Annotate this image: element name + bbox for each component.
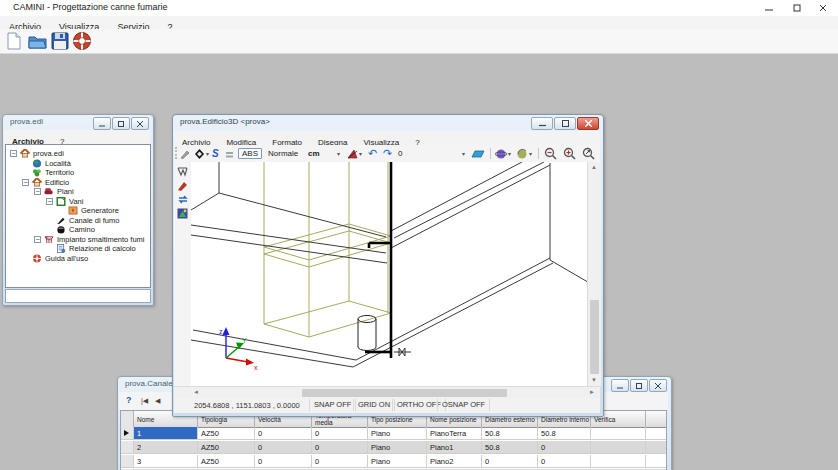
tree-item-impianto-smaltimento-fumi[interactable]: − Impianto smaltimento fumi bbox=[6, 235, 150, 245]
toolbar-grip[interactable] bbox=[175, 147, 178, 159]
table-maximize-button[interactable] bbox=[630, 379, 648, 392]
cell[interactable]: AZ50 bbox=[198, 441, 255, 454]
open-file-button[interactable] bbox=[27, 31, 47, 51]
zoom-out-button[interactable] bbox=[544, 147, 557, 160]
cell[interactable]: 0 bbox=[312, 427, 368, 440]
grid-toggle[interactable]: GRID ON bbox=[353, 399, 395, 411]
table-close-button[interactable] bbox=[649, 379, 667, 392]
app-close-button[interactable] bbox=[810, 1, 836, 15]
zoom-extents-button[interactable] bbox=[563, 147, 576, 160]
first-record-button[interactable]: |◀ bbox=[141, 397, 148, 405]
new-file-button[interactable] bbox=[4, 31, 24, 51]
cell[interactable]: 0 bbox=[312, 455, 368, 468]
tree-item-vani[interactable]: − Vani bbox=[6, 197, 150, 207]
tree-item-relazione-di-calcolo[interactable]: Relazione di calcolo bbox=[6, 244, 150, 254]
cell[interactable]: AZ50 bbox=[198, 455, 255, 468]
row-selector[interactable] bbox=[121, 427, 134, 440]
row-selector[interactable] bbox=[121, 441, 134, 454]
app-maximize-button[interactable] bbox=[784, 1, 810, 15]
view-orbit-button[interactable]: ▾ bbox=[495, 147, 511, 160]
scrollbar-thumb[interactable] bbox=[302, 389, 507, 397]
snap-button[interactable]: S bbox=[212, 147, 219, 160]
abs-mode-button[interactable]: ABS bbox=[238, 147, 262, 160]
cell[interactable]: 0 bbox=[255, 441, 312, 454]
help-button[interactable] bbox=[72, 31, 92, 51]
cell[interactable]: 1 bbox=[134, 427, 198, 440]
expander-icon[interactable]: − bbox=[34, 188, 41, 195]
draw-style-button[interactable] bbox=[180, 147, 190, 160]
save-button[interactable] bbox=[50, 31, 70, 51]
regen-tool-button[interactable] bbox=[176, 193, 189, 206]
render-mode-button[interactable]: ▾ bbox=[516, 147, 532, 160]
undo-button[interactable]: ↶ bbox=[368, 147, 377, 160]
angle-tool-button[interactable]: ▾ bbox=[346, 147, 362, 160]
app-titlebar[interactable]: CAMINI - Progettazione canne fumarie bbox=[0, 0, 838, 16]
plane-button[interactable] bbox=[471, 147, 485, 160]
scroll-down-icon[interactable]: ▼ bbox=[588, 375, 600, 386]
app-minimize-button[interactable] bbox=[756, 1, 782, 15]
row-selector[interactable] bbox=[121, 455, 134, 468]
expander-icon[interactable]: − bbox=[10, 150, 17, 157]
tree-item-piani[interactable]: − Piani bbox=[6, 187, 150, 197]
cell[interactable]: 3 bbox=[134, 455, 198, 468]
tree-item-prova-edi[interactable]: − prova.edi bbox=[6, 149, 150, 159]
tree-close-button[interactable] bbox=[131, 117, 149, 130]
layers-button[interactable] bbox=[225, 147, 234, 160]
cell[interactable]: Piano bbox=[368, 441, 427, 454]
scrollbar-thumb[interactable] bbox=[590, 300, 599, 374]
redo-button[interactable]: ↷ bbox=[383, 147, 392, 160]
cell[interactable] bbox=[591, 441, 646, 454]
mesh-tool-button[interactable] bbox=[176, 165, 189, 178]
angle-dropdown[interactable]: ▾ bbox=[462, 147, 465, 160]
expander-icon[interactable]: − bbox=[46, 198, 53, 205]
view3d-close-button[interactable] bbox=[577, 117, 599, 130]
cell[interactable]: 0 bbox=[312, 441, 368, 454]
view3d-minimize-button[interactable] bbox=[531, 117, 553, 130]
tree-item-camino[interactable]: Camino bbox=[6, 225, 150, 235]
expander-icon[interactable]: − bbox=[34, 236, 41, 243]
tree-item-guida-alluso[interactable]: Guida all'uso bbox=[6, 254, 150, 264]
cell[interactable]: 0 bbox=[255, 455, 312, 468]
cell[interactable]: AZ50 bbox=[198, 427, 255, 440]
tree-item-edificio[interactable]: − Edificio bbox=[6, 178, 150, 188]
tree-maximize-button[interactable] bbox=[112, 117, 130, 130]
draw-tool-button[interactable] bbox=[176, 179, 189, 192]
table-help-button[interactable]: ? bbox=[126, 395, 132, 405]
snap-toggle[interactable]: SNAP OFF bbox=[309, 399, 356, 411]
cell[interactable]: 0 bbox=[538, 455, 591, 468]
cell[interactable]: 0 bbox=[255, 427, 312, 440]
view3d-titlebar[interactable]: prova.Edificio3D <prova> bbox=[173, 115, 603, 130]
unit-combobox[interactable]: cm bbox=[308, 147, 320, 160]
table-minimize-button[interactable] bbox=[611, 379, 629, 392]
view3d-vertical-scrollbar[interactable]: ▲ ▼ bbox=[587, 162, 601, 386]
tree-item-localita[interactable]: Località bbox=[6, 159, 150, 169]
tree-item-canale-di-fumo[interactable]: Canale di fumo bbox=[6, 216, 150, 226]
tree-item-generatore[interactable]: Generatore bbox=[6, 206, 150, 216]
point-style-button[interactable]: ▾ bbox=[193, 147, 209, 160]
render-tool-button[interactable] bbox=[176, 207, 189, 220]
expander-icon[interactable]: − bbox=[22, 179, 29, 186]
cell[interactable]: 0 bbox=[482, 455, 538, 468]
view3d-maximize-button[interactable] bbox=[554, 117, 576, 130]
scroll-left-icon[interactable]: ◄ bbox=[190, 387, 202, 398]
cell[interactable]: 0 bbox=[538, 441, 591, 454]
scroll-right-icon[interactable]: ► bbox=[586, 387, 598, 398]
previous-record-button[interactable]: ◀ bbox=[155, 397, 160, 405]
tree-item-territorio[interactable]: Territorio bbox=[6, 168, 150, 178]
unit-dropdown[interactable]: ▾ bbox=[337, 147, 340, 160]
osnap-toggle[interactable]: OSNAP OFF bbox=[437, 399, 490, 411]
drawing-canvas[interactable]: z Y x bbox=[191, 162, 587, 386]
scroll-up-icon[interactable]: ▲ bbox=[588, 162, 600, 173]
zoom-window-button[interactable] bbox=[582, 147, 595, 160]
cell[interactable]: PianoTerra bbox=[427, 427, 482, 440]
cell[interactable]: 2 bbox=[134, 441, 198, 454]
cell[interactable] bbox=[591, 455, 646, 468]
cell[interactable]: Piano2 bbox=[427, 455, 482, 468]
style-combobox[interactable]: Normale bbox=[268, 147, 298, 160]
tree-minimize-button[interactable] bbox=[93, 117, 111, 130]
cell[interactable]: 50.8 bbox=[482, 427, 538, 440]
tree-window-titlebar[interactable]: prova.edi bbox=[3, 115, 153, 130]
cell[interactable]: Piano bbox=[368, 427, 427, 440]
angle-combobox[interactable]: 0 bbox=[398, 147, 402, 160]
cell[interactable]: Piano bbox=[368, 455, 427, 468]
